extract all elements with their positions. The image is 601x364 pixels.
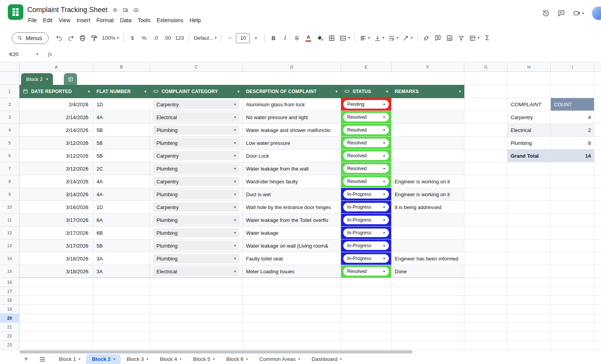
cell[interactable] — [551, 239, 594, 252]
cell-date[interactable]: 3/17/2026 — [19, 227, 93, 239]
cell[interactable] — [508, 85, 551, 98]
summary-row-label[interactable]: Electrical — [508, 124, 551, 137]
cell[interactable] — [508, 278, 551, 287]
insert-comment-button[interactable] — [432, 32, 444, 44]
cell-date[interactable]: 3/14/2026 — [19, 175, 93, 188]
category-dropdown[interactable]: Plumbing▾ — [153, 215, 239, 225]
cell-category[interactable]: Plumbing▾ — [150, 124, 243, 137]
cell[interactable] — [19, 323, 93, 332]
cell[interactable] — [464, 278, 508, 287]
cell-status[interactable]: Resolved▾ — [341, 162, 392, 175]
column-header-e[interactable]: E — [341, 62, 392, 72]
cell-status[interactable]: In-Progress▾ — [341, 201, 392, 214]
category-dropdown[interactable]: Carpentry▾ — [153, 202, 239, 212]
category-dropdown[interactable]: Plumbing▾ — [153, 164, 239, 173]
cell-flat[interactable]: 4A — [93, 188, 150, 201]
cell-status[interactable]: Resolved▾ — [341, 137, 392, 149]
cell[interactable] — [341, 287, 392, 296]
column-header-h[interactable]: H — [508, 62, 551, 72]
cell-status[interactable]: In-Progress▾ — [341, 252, 392, 265]
menus-search-button[interactable]: Menus — [12, 32, 49, 44]
star-icon[interactable] — [112, 7, 118, 13]
cell-category[interactable]: Carpentry▾ — [150, 201, 243, 214]
cell[interactable] — [551, 341, 594, 350]
cell[interactable] — [464, 227, 508, 239]
cell[interactable] — [551, 305, 594, 314]
cell-category[interactable]: Carpentry▾ — [150, 175, 243, 188]
header-flat-number[interactable]: FLAT NUMBER▾ — [93, 85, 150, 98]
menu-edit[interactable]: Edit — [40, 16, 56, 25]
cell[interactable] — [551, 188, 594, 201]
cell[interactable] — [464, 175, 508, 188]
cell[interactable] — [508, 305, 551, 314]
sheet-tab-block-3[interactable]: Block 3▾ — [121, 354, 154, 364]
cell[interactable] — [551, 296, 594, 305]
cell-date[interactable]: 3/18/2026 — [19, 252, 93, 265]
increase-font-size-button[interactable]: + — [250, 32, 262, 44]
column-header-g[interactable]: G — [464, 62, 508, 72]
row-number[interactable]: 2 — [0, 98, 19, 111]
cell[interactable] — [508, 314, 551, 323]
cell-date[interactable]: 2/14/2026 — [19, 111, 93, 124]
cell[interactable] — [551, 162, 594, 175]
cell[interactable] — [551, 252, 594, 265]
cell[interactable] — [150, 323, 243, 332]
status-dropdown[interactable]: Resolved▾ — [343, 126, 389, 134]
cell[interactable] — [464, 188, 508, 201]
column-header-f[interactable]: F — [392, 62, 464, 72]
cell[interactable] — [19, 278, 93, 287]
move-folder-icon[interactable] — [123, 7, 128, 13]
cell[interactable] — [243, 323, 341, 332]
cell[interactable] — [392, 296, 464, 305]
cell[interactable] — [464, 265, 508, 278]
status-dropdown[interactable]: In-Progress▾ — [343, 216, 389, 224]
cell-description[interactable]: No water pressure and light — [243, 111, 341, 124]
cell[interactable] — [551, 201, 594, 214]
summary-total-label[interactable]: Grand Total — [508, 149, 551, 162]
cell[interactable] — [464, 305, 508, 314]
cell[interactable] — [508, 72, 551, 85]
cell-date[interactable]: 3/14/2026 — [19, 188, 93, 201]
summary-row-label[interactable]: Plumbing — [508, 137, 551, 149]
select-all-corner[interactable] — [0, 62, 19, 72]
print-button[interactable] — [77, 32, 88, 44]
strikethrough-button[interactable]: S — [291, 32, 302, 44]
cell[interactable] — [150, 314, 243, 323]
row-number[interactable]: 10 — [0, 201, 19, 214]
summary-total-count[interactable]: 14 — [551, 149, 594, 162]
category-dropdown[interactable]: Carpentry▾ — [153, 151, 239, 160]
sheet-tab-block-2[interactable]: Block 2▾ — [86, 354, 121, 364]
create-filter-button[interactable] — [455, 32, 467, 44]
cell[interactable] — [93, 287, 150, 296]
cell-date[interactable]: 3/12/2026 — [19, 137, 93, 149]
row-number[interactable]: 18 — [0, 296, 19, 305]
merge-cells-button[interactable]: ▾ — [337, 32, 352, 44]
cell[interactable] — [93, 341, 150, 350]
cell[interactable] — [508, 239, 551, 252]
cell[interactable] — [508, 175, 551, 188]
status-dropdown[interactable]: Resolved▾ — [343, 113, 389, 121]
cell[interactable] — [243, 287, 341, 296]
cell[interactable] — [551, 287, 594, 296]
cell-category[interactable]: Carpentry▾ — [150, 98, 243, 111]
status-dropdown[interactable]: In-Progress▾ — [343, 241, 389, 250]
cell[interactable] — [392, 341, 464, 350]
cell[interactable] — [341, 332, 392, 341]
cell-category[interactable]: Electrical▾ — [150, 265, 243, 278]
cell[interactable] — [464, 162, 508, 175]
cell-remarks[interactable]: Engineer is working on it — [392, 175, 464, 188]
cell-remarks[interactable] — [392, 124, 464, 137]
cell-date[interactable]: 2/14/2026 — [19, 124, 93, 137]
menu-extensions[interactable]: Extensions — [153, 16, 186, 25]
status-dropdown[interactable]: In-Progress▾ — [343, 254, 389, 263]
cell[interactable] — [150, 341, 243, 350]
cell-date[interactable]: 3/18/2026 — [19, 265, 93, 278]
decrease-decimal-button[interactable]: .0 — [150, 32, 162, 44]
sheet-tab-block-1[interactable]: Block 1▾ — [53, 354, 86, 364]
category-dropdown[interactable]: Electrical▾ — [153, 113, 239, 122]
cell-flat[interactable]: 3A — [93, 265, 150, 278]
cell[interactable] — [551, 265, 594, 278]
row-number[interactable]: 16 — [0, 278, 19, 287]
borders-button[interactable] — [326, 32, 337, 44]
cell[interactable] — [464, 201, 508, 214]
